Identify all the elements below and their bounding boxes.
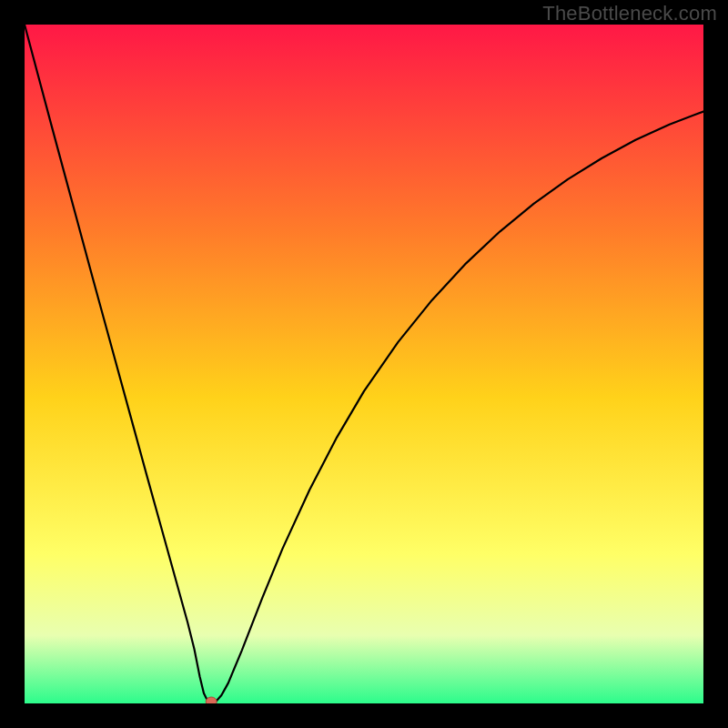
optimal-point-marker [206, 697, 217, 703]
chart-outer-frame: TheBottleneck.com [0, 0, 728, 728]
plot-area [25, 25, 703, 703]
gradient-background [25, 25, 703, 703]
watermark-text: TheBottleneck.com [542, 2, 717, 25]
chart-svg [25, 25, 703, 703]
